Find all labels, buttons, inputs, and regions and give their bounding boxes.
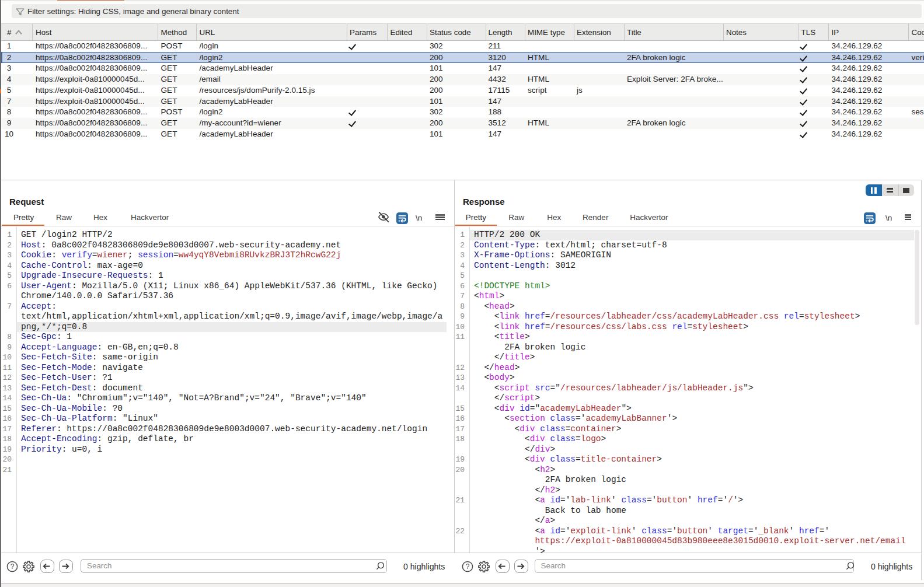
svg-text:?: ? bbox=[11, 562, 15, 571]
svg-text:?: ? bbox=[465, 562, 469, 571]
